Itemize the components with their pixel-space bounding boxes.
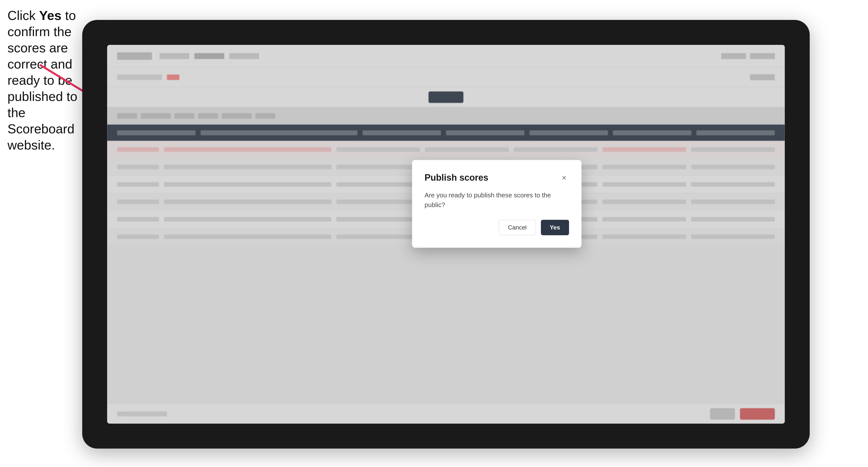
dialog-close-button[interactable]: ×: [559, 173, 569, 183]
cancel-button[interactable]: Cancel: [499, 220, 536, 235]
dialog-message: Are you ready to publish these scores to…: [425, 190, 569, 210]
dialog-body: Are you ready to publish these scores to…: [425, 190, 569, 210]
dialog-footer: Cancel Yes: [425, 220, 569, 235]
publish-scores-dialog: Publish scores × Are you ready to publis…: [412, 160, 582, 248]
tablet-screen: Publish scores × Are you ready to publis…: [107, 45, 785, 424]
dialog-header: Publish scores ×: [425, 173, 569, 183]
instruction-text: Click Yes to confirm the scores are corr…: [7, 7, 80, 153]
tablet-device: Publish scores × Are you ready to publis…: [82, 20, 810, 448]
yes-button[interactable]: Yes: [541, 220, 569, 235]
dialog-overlay: Publish scores × Are you ready to publis…: [107, 45, 785, 424]
dialog-title: Publish scores: [425, 173, 488, 183]
